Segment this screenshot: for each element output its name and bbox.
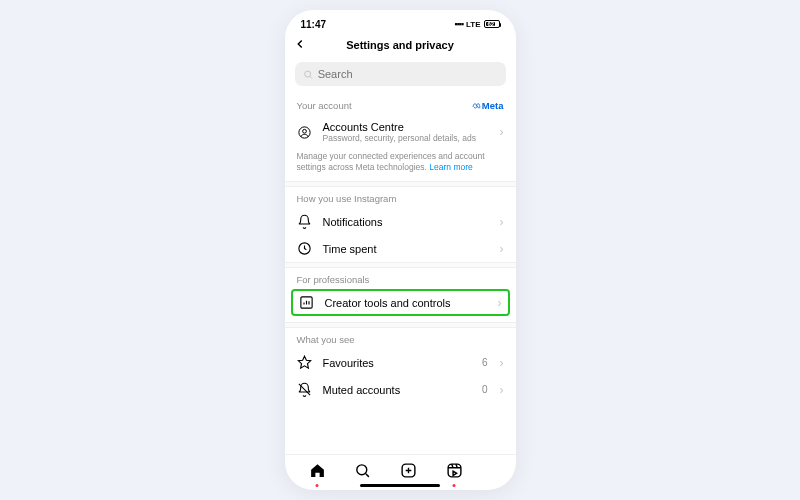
learn-more-link[interactable]: Learn more: [429, 162, 472, 172]
row-title: Muted accounts: [323, 384, 472, 396]
row-notifications[interactable]: Notifications ›: [285, 208, 516, 235]
status-right: ▪▪▪▪ LTE 62: [454, 19, 499, 29]
row-favourites[interactable]: Favourites 6 ›: [285, 349, 516, 376]
network-label: LTE: [466, 20, 481, 29]
bell-icon: [297, 214, 313, 229]
row-title: Creator tools and controls: [325, 297, 488, 309]
chevron-right-icon: ›: [500, 125, 504, 139]
section-label: For professionals: [297, 274, 370, 285]
notification-dot: [453, 484, 456, 487]
bell-off-icon: [297, 382, 313, 397]
settings-scroll[interactable]: Your account Meta Accounts Centre Passwo…: [285, 94, 516, 454]
section-professionals: For professionals: [285, 268, 516, 289]
notification-dot: [316, 484, 319, 487]
signal-icon: ▪▪▪▪: [454, 19, 463, 29]
chart-icon: [299, 295, 315, 310]
clock-icon: [297, 241, 313, 256]
battery-icon: 62: [484, 20, 500, 28]
search-icon: [303, 69, 313, 80]
page-title: Settings and privacy: [346, 39, 454, 51]
section-how-you-use: How you use Instagram: [285, 187, 516, 208]
chevron-right-icon: ›: [500, 356, 504, 370]
row-title: Notifications: [323, 216, 490, 228]
chevron-right-icon: ›: [500, 383, 504, 397]
row-count: 0: [482, 384, 488, 395]
tab-create[interactable]: [400, 462, 417, 483]
row-creator-tools[interactable]: Creator tools and controls ›: [291, 289, 510, 316]
profile-icon: [297, 125, 313, 140]
row-title: Accounts Centre: [323, 121, 490, 133]
chevron-right-icon: ›: [500, 215, 504, 229]
row-subtitle: Password, security, personal details, ad…: [323, 133, 490, 143]
meta-brand: Meta: [472, 100, 504, 111]
status-bar: 11:47 ▪▪▪▪ LTE 62: [285, 10, 516, 32]
section-what-you-see: What you see: [285, 328, 516, 349]
tab-home[interactable]: [309, 462, 326, 483]
home-indicator: [360, 484, 440, 487]
svg-point-0: [304, 71, 310, 77]
status-time: 11:47: [301, 19, 327, 30]
section-label: What you see: [297, 334, 355, 345]
section-note: Manage your connected experiences and ac…: [285, 149, 516, 181]
search-field[interactable]: [295, 62, 506, 86]
search-input[interactable]: [318, 68, 498, 80]
meta-icon: [472, 101, 481, 110]
back-button[interactable]: [293, 37, 307, 54]
tab-search[interactable]: [354, 462, 371, 483]
header: Settings and privacy: [285, 32, 516, 58]
chevron-right-icon: ›: [500, 242, 504, 256]
row-muted-accounts[interactable]: Muted accounts 0 ›: [285, 376, 516, 403]
tab-reels[interactable]: [446, 462, 463, 483]
star-icon: [297, 355, 313, 370]
phone-frame: 11:47 ▪▪▪▪ LTE 62 Settings and privacy Y…: [285, 10, 516, 490]
svg-point-2: [303, 129, 307, 133]
row-title: Favourites: [323, 357, 472, 369]
section-label: Your account: [297, 100, 352, 111]
search-container: [285, 58, 516, 94]
row-title: Time spent: [323, 243, 490, 255]
row-count: 6: [482, 357, 488, 368]
section-your-account: Your account Meta: [285, 94, 516, 115]
section-label: How you use Instagram: [297, 193, 397, 204]
chevron-right-icon: ›: [498, 296, 502, 310]
row-time-spent[interactable]: Time spent ›: [285, 235, 516, 262]
row-accounts-centre[interactable]: Accounts Centre Password, security, pers…: [285, 115, 516, 149]
svg-point-5: [357, 465, 367, 475]
